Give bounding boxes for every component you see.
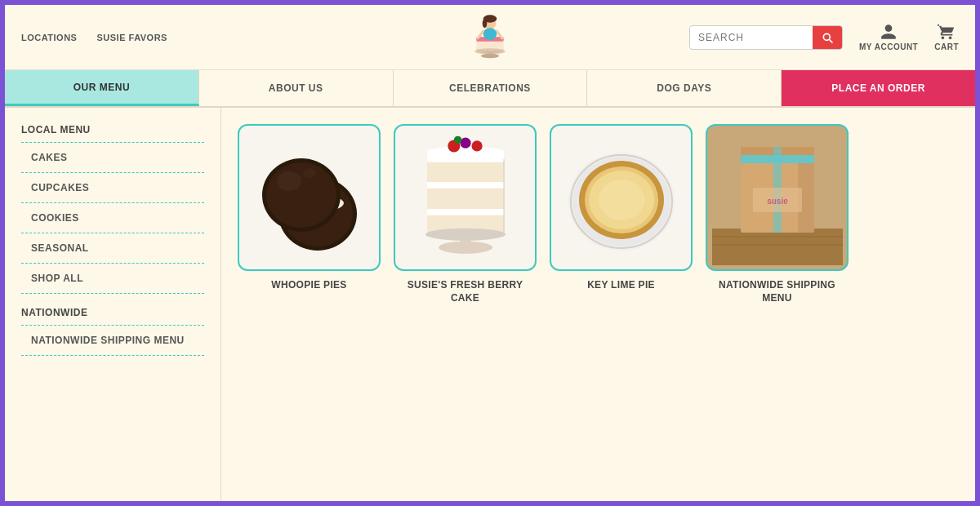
svg-point-8 [483,19,488,28]
search-icon [821,31,834,44]
berry-cake-image [394,124,537,271]
svg-point-17 [277,171,301,191]
susie-favors-link[interactable]: SUSIE FAVORS [96,33,167,42]
svg-point-32 [453,136,461,144]
cart-icon [938,23,956,41]
berry-cake-label: SUSIE'S FRESH BERRY CAKE [394,279,537,304]
nav-celebrations[interactable]: CELEBRATIONS [394,70,588,106]
main-nav: OUR MENU ABOUT US CELEBRATIONS DOG DAYS … [5,70,975,108]
sidebar-nationwide-shipping[interactable]: NATIONWIDE SHIPPING MENU [21,331,204,350]
whoopie-pies-card[interactable]: WHOOPIE PIES [238,124,381,304]
svg-point-9 [483,28,497,40]
local-menu-title: LOCAL MENU [21,124,204,135]
my-account-button[interactable]: MY ACCOUNT [859,23,918,51]
sidebar: LOCAL MENU CAKES CUPCAKES COOKIES SEASON… [5,108,221,506]
key-lime-pie-icon [560,136,683,259]
berry-cake-icon [408,132,523,263]
main-content: LOCAL MENU CAKES CUPCAKES COOKIES SEASON… [5,108,975,506]
divider-5 [21,263,204,264]
svg-rect-24 [426,186,503,209]
key-lime-pie-image [550,124,693,271]
account-icon [880,23,898,41]
whoopie-pie-icon [248,136,371,259]
divider-3 [21,202,204,203]
nationwide-shipping-label: NATIONWIDE SHIPPING MENU [706,279,849,304]
header-left-links: LOCATIONS SUSIE FAVORS [21,33,167,42]
svg-text:susie: susie [767,197,788,206]
divider-7 [21,325,204,326]
svg-rect-42 [712,229,843,265]
nav-about-us[interactable]: ABOUT US [199,70,394,106]
logo[interactable] [466,8,514,61]
svg-rect-26 [426,159,503,182]
svg-point-30 [460,138,470,149]
divider-4 [21,233,204,233]
logo-icon [466,8,514,61]
search-container [689,25,843,50]
shipping-box-icon: susie [712,131,843,265]
nav-dog-days[interactable]: DOG DAYS [587,70,782,106]
svg-point-40 [599,180,644,220]
nationwide-shipping-image: susie [706,124,849,271]
nationwide-title: NATIONWIDE [21,307,204,318]
whoopie-pies-image [238,124,381,271]
berry-cake-card[interactable]: SUSIE'S FRESH BERRY CAKE [394,124,537,304]
svg-point-16 [266,162,336,228]
search-button[interactable] [813,26,842,49]
account-label: MY ACCOUNT [859,42,918,51]
local-menu-section: LOCAL MENU CAKES CUPCAKES COOKIES SEASON… [21,124,204,294]
svg-point-34 [425,229,506,241]
divider-6 [21,293,204,294]
svg-point-5 [481,54,499,59]
sidebar-cakes[interactable]: CAKES [21,148,204,167]
divider-8 [21,355,204,356]
products-grid: WHOOPIE PIES [221,108,975,506]
search-input[interactable] [690,27,813,48]
sidebar-shop-all[interactable]: SHOP ALL [21,269,204,288]
sidebar-seasonal[interactable]: SEASONAL [21,238,204,258]
header-right: MY ACCOUNT CART [689,23,959,51]
whoopie-pies-label: WHOOPIE PIES [271,279,346,292]
cart-label: CART [934,42,959,51]
divider-2 [21,172,204,173]
svg-point-18 [303,168,316,178]
nav-place-order[interactable]: PLACE AN ORDER [782,70,975,106]
sidebar-cupcakes[interactable]: CUPCAKES [21,178,204,198]
key-lime-pie-label: KEY LIME PIE [587,279,655,292]
header: LOCATIONS SUSIE FAVORS [5,5,975,70]
nationwide-section: NATIONWIDE NATIONWIDE SHIPPING MENU [21,307,204,356]
nav-our-menu[interactable]: OUR MENU [5,70,199,106]
cart-button[interactable]: CART [934,23,959,51]
locations-link[interactable]: LOCATIONS [21,33,77,42]
svg-point-31 [471,140,482,151]
key-lime-pie-card[interactable]: KEY LIME PIE [550,124,693,304]
nationwide-shipping-card[interactable]: susie NATIONWIDE SHIPPING MENU [706,124,849,304]
sidebar-cookies[interactable]: COOKIES [21,208,204,228]
divider-1 [21,142,204,143]
